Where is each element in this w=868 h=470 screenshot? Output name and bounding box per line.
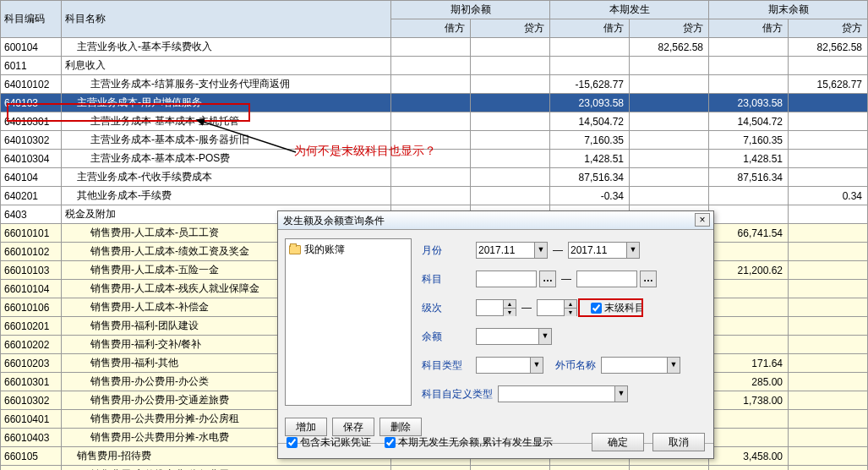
chevron-down-icon[interactable]: ▼	[530, 358, 543, 373]
cell-code: 66010102	[1, 243, 62, 261]
cell-end-debit: 1,738.00	[709, 391, 789, 410]
cell-occur-credit	[630, 168, 709, 187]
dialog-titlebar[interactable]: 发生额及余额查询条件 ×	[278, 211, 713, 230]
cell-end-debit	[709, 466, 789, 471]
unposted-checkbox-label[interactable]: 包含未记账凭证	[287, 435, 371, 450]
cell-begin-debit	[391, 94, 471, 112]
cell-code: 66010201	[1, 317, 62, 336]
cell-occur-credit	[630, 131, 709, 150]
table-row[interactable]: 64010102主营业务成本-结算服务-支付业务代理商返佣-15,628.771…	[1, 75, 868, 94]
cell-end-debit	[709, 38, 789, 57]
cell-code: 660105	[1, 447, 62, 466]
cell-end-credit	[789, 57, 868, 75]
cell-end-debit: 66,741.54	[709, 224, 789, 243]
cell-occur-debit	[550, 466, 630, 471]
balance-combo[interactable]: ▼	[476, 328, 552, 345]
cell-begin-debit	[391, 150, 471, 168]
chevron-down-icon[interactable]: ▼	[614, 386, 627, 402]
leaf-checkbox-label[interactable]: 末级科目	[591, 301, 645, 315]
nobalance-checkbox[interactable]	[385, 437, 396, 448]
label-subject: 科目	[422, 272, 476, 287]
folder-item[interactable]: 我的账簿	[289, 243, 407, 257]
label-balance: 余额	[422, 330, 476, 344]
cell-begin-credit	[471, 150, 550, 168]
cancel-button[interactable]: 取消	[652, 433, 705, 451]
close-icon[interactable]: ×	[695, 213, 710, 227]
subject-to-browse-button[interactable]: …	[640, 271, 657, 287]
cell-end-debit: 285.00	[709, 373, 789, 391]
cell-code: 66010302	[1, 391, 62, 410]
currency-combo[interactable]: ▼	[601, 357, 680, 374]
chevron-down-icon[interactable]: ▼	[534, 243, 547, 258]
cell-end-debit: 87,516.34	[709, 168, 789, 187]
cell-end-credit	[789, 373, 868, 391]
chevron-down-icon[interactable]: ▼	[626, 243, 639, 258]
dialog-title-text: 发生额及余额查询条件	[283, 215, 385, 227]
leaf-checkbox[interactable]	[591, 303, 602, 314]
cell-begin-debit	[391, 75, 471, 94]
ok-button[interactable]: 确定	[592, 433, 644, 451]
subject-from-browse-button[interactable]: …	[539, 271, 556, 287]
cell-end-debit	[709, 336, 789, 354]
cell-code: 66010202	[1, 336, 62, 354]
chevron-down-icon[interactable]: ▼	[667, 358, 680, 373]
table-row[interactable]: 640103主营业务成本-用户增值服务23,093.5823,093.58	[1, 94, 868, 112]
cell-name: 主营业务收入-基本手续费收入	[62, 38, 391, 57]
table-row[interactable]: 64010304主营业务成本-基本成本-POS费1,428.511,428.51	[1, 150, 868, 168]
subject-type-combo[interactable]: ▼	[476, 357, 543, 374]
cell-code: 66010203	[1, 354, 62, 373]
level-to-spinner[interactable]: ▲▼	[537, 299, 577, 316]
cell-end-debit	[709, 57, 789, 75]
cell-end-debit	[709, 75, 789, 94]
table-row[interactable]: 66010605销售费用-宣传推广费-临促费用	[1, 466, 868, 471]
cell-begin-credit	[471, 112, 550, 131]
subject-from-input[interactable]	[476, 271, 537, 287]
cell-code: 66010101	[1, 224, 62, 243]
cell-end-debit	[709, 280, 789, 298]
cell-end-credit	[789, 410, 868, 429]
nobalance-checkbox-label[interactable]: 本期无发生无余额,累计有发生显示	[385, 435, 553, 450]
col-name: 科目名称	[62, 1, 391, 38]
col-occur-debit: 借方	[550, 19, 630, 38]
bookmark-tree[interactable]: 我的账簿	[285, 238, 412, 406]
cell-end-debit: 171.64	[709, 354, 789, 373]
cell-end-credit	[789, 94, 868, 112]
cell-end-credit	[789, 261, 868, 280]
cell-end-credit	[789, 112, 868, 131]
cell-end-debit	[709, 205, 789, 224]
table-row[interactable]: 64010302主营业务成本-基本成本-服务器折旧7,160.357,160.3…	[1, 131, 868, 150]
table-row[interactable]: 6011利息收入	[1, 57, 868, 75]
cell-end-credit	[789, 447, 868, 466]
table-row[interactable]: 600104主营业务收入-基本手续费收入82,562.5882,562.58	[1, 38, 868, 57]
col-occur: 本期发生	[550, 1, 709, 19]
month-from-combo[interactable]: 2017.11▼	[476, 242, 548, 259]
cell-name: 其他业务成本-手续费	[62, 187, 391, 205]
cell-occur-debit: 7,160.35	[550, 131, 630, 150]
cell-end-credit	[789, 168, 868, 187]
cell-end-debit: 1,428.51	[709, 150, 789, 168]
custom-type-combo[interactable]: ▼	[498, 385, 628, 402]
cell-end-credit	[789, 243, 868, 261]
cell-occur-credit	[630, 75, 709, 94]
cell-begin-credit	[471, 466, 550, 471]
cell-end-credit	[789, 205, 868, 224]
cell-begin-debit	[391, 187, 471, 205]
cell-begin-debit	[391, 38, 471, 57]
level-from-spinner[interactable]: ▲▼	[476, 299, 516, 316]
cell-name: 主营业务成本-代收手续费成本	[62, 168, 391, 187]
cell-occur-credit	[630, 150, 709, 168]
table-row[interactable]: 640104主营业务成本-代收手续费成本87,516.3487,516.34	[1, 168, 868, 187]
cell-end-debit: 21,200.62	[709, 261, 789, 280]
chevron-down-icon[interactable]: ▼	[538, 329, 551, 344]
unposted-checkbox[interactable]	[287, 437, 298, 448]
col-begin-credit: 贷方	[471, 19, 550, 38]
cell-end-debit: 14,504.72	[709, 112, 789, 131]
col-code: 科目编码	[1, 1, 62, 38]
cell-begin-credit	[471, 131, 550, 150]
cell-name: 销售费用-宣传推广费-临促费用	[62, 466, 391, 471]
month-to-combo[interactable]: 2017.11▼	[568, 242, 640, 259]
subject-to-input[interactable]	[576, 271, 637, 287]
table-row[interactable]: 64010301主营业务成本-基本成本-主机托管14,504.7214,504.…	[1, 112, 868, 131]
label-level: 级次	[422, 301, 476, 315]
table-row[interactable]: 640201其他业务成本-手续费-0.340.34	[1, 187, 868, 205]
